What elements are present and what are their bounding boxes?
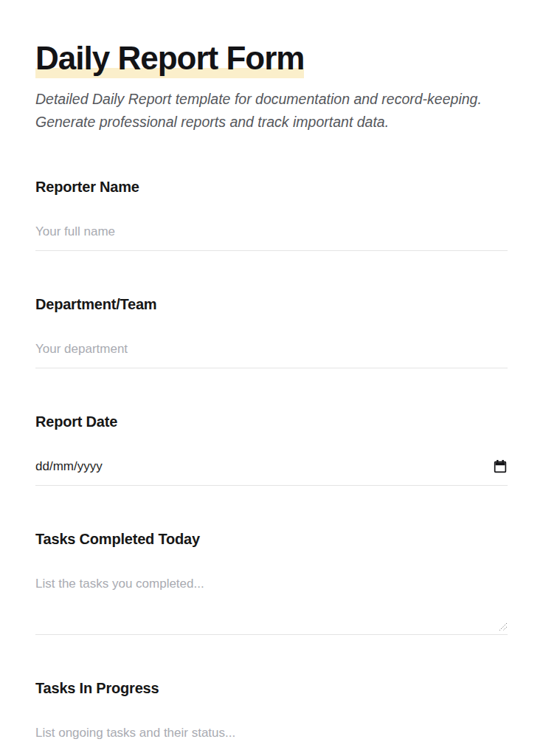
report-date-input-wrap [35, 444, 508, 486]
field-report-date: Report Date [35, 413, 508, 486]
tasks-completed-textarea[interactable] [35, 561, 508, 635]
page-title-highlight: Daily Report Form [35, 40, 304, 78]
tasks-in-progress-textarea[interactable] [35, 710, 508, 756]
field-label-report-date: Report Date [35, 413, 508, 430]
field-label-department-team: Department/Team [35, 295, 508, 313]
tasks-completed-input-wrap [35, 561, 508, 635]
field-label-tasks-completed: Tasks Completed Today [35, 530, 508, 548]
field-tasks-completed: Tasks Completed Today [35, 530, 508, 635]
field-reporter-name: Reporter Name [35, 178, 508, 251]
field-label-reporter-name: Reporter Name [35, 178, 508, 196]
field-tasks-in-progress: Tasks In Progress [35, 679, 508, 756]
page-subtitle: Detailed Daily Report template for docum… [35, 88, 508, 134]
daily-report-form-page: Daily Report Form Detailed Daily Report … [0, 0, 543, 756]
textarea-resize-handle[interactable] [499, 622, 508, 631]
tasks-in-progress-input-wrap [35, 710, 508, 756]
field-department-team: Department/Team [35, 295, 508, 368]
reporter-name-input-wrap [35, 209, 508, 251]
reporter-name-input[interactable] [35, 209, 508, 251]
page-title: Daily Report Form [35, 37, 508, 79]
field-label-tasks-in-progress: Tasks In Progress [35, 679, 508, 697]
page-subtitle-line1: Detailed Daily Report template for docum… [35, 88, 508, 111]
report-date-input[interactable] [35, 444, 508, 486]
department-team-input-wrap [35, 326, 508, 368]
page-subtitle-line2: Generate professional reports and track … [35, 111, 508, 134]
calendar-icon[interactable] [493, 459, 508, 474]
department-team-input[interactable] [35, 326, 508, 368]
